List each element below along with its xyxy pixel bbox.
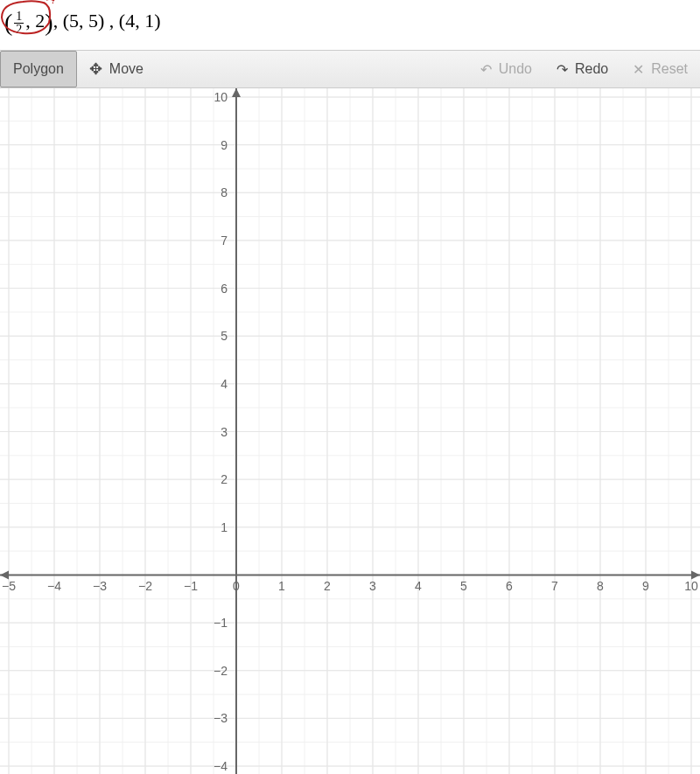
point3: (4, 1) <box>119 10 161 31</box>
polygon-tool-label: Polygon <box>13 61 64 77</box>
svg-text:2: 2 <box>324 579 331 593</box>
svg-text:9: 9 <box>642 579 649 593</box>
svg-text:6: 6 <box>220 282 228 296</box>
close-icon: ✕ <box>633 61 644 78</box>
svg-marker-94 <box>691 570 700 579</box>
graph-svg: −5−4−3−2−1012345678910−4−3−2−11234567891… <box>0 88 700 774</box>
svg-text:10: 10 <box>214 90 228 104</box>
polygon-tool-button[interactable]: Polygon <box>0 51 77 87</box>
svg-text:3: 3 <box>220 425 228 439</box>
frac-num: 1 <box>14 10 24 24</box>
svg-text:8: 8 <box>220 185 228 199</box>
redo-button[interactable]: ↷ Redo <box>544 51 620 87</box>
svg-text:−3: −3 <box>214 711 228 725</box>
svg-text:−4: −4 <box>214 759 228 773</box>
point1-y: 2 <box>35 10 45 31</box>
coordinate-graph[interactable]: −5−4−3−2−1012345678910−4−3−2−11234567891… <box>0 88 700 774</box>
svg-text:1: 1 <box>278 579 285 593</box>
move-tool-button[interactable]: ✥ Move <box>77 51 156 87</box>
svg-text:2: 2 <box>220 472 228 486</box>
svg-text:?: ? <box>51 0 55 6</box>
move-icon: ✥ <box>89 59 102 79</box>
undo-icon: ↶ <box>480 61 492 78</box>
svg-text:−5: −5 <box>2 579 16 593</box>
graph-toolbar: Polygon ✥ Move ↶ Undo ↷ Redo ✕ Reset <box>0 50 700 88</box>
svg-text:7: 7 <box>551 579 558 593</box>
svg-text:4: 4 <box>415 579 422 593</box>
svg-text:5: 5 <box>460 579 467 593</box>
reset-label: Reset <box>651 61 688 77</box>
svg-text:7: 7 <box>220 234 228 248</box>
svg-text:−2: −2 <box>138 579 152 593</box>
move-tool-label: Move <box>109 61 144 77</box>
coordinates-formula: ? (12, 2), (5, 5) , (4, 1) <box>0 0 700 50</box>
svg-text:10: 10 <box>684 579 698 593</box>
undo-label: Undo <box>499 61 532 77</box>
reset-button[interactable]: ✕ Reset <box>620 51 700 87</box>
svg-text:0: 0 <box>233 579 240 593</box>
svg-marker-96 <box>232 88 241 97</box>
svg-text:1: 1 <box>220 520 228 534</box>
svg-text:−4: −4 <box>47 579 61 593</box>
svg-text:6: 6 <box>506 579 513 593</box>
point2: (5, 5) <box>63 10 105 31</box>
frac-den: 2 <box>14 24 24 36</box>
svg-text:−1: −1 <box>184 579 198 593</box>
svg-text:9: 9 <box>220 138 228 152</box>
redo-label: Redo <box>575 61 608 77</box>
svg-text:4: 4 <box>220 377 228 391</box>
svg-text:−2: −2 <box>214 664 228 678</box>
svg-text:−1: −1 <box>214 616 228 630</box>
svg-marker-95 <box>0 570 9 579</box>
undo-button[interactable]: ↶ Undo <box>468 51 544 87</box>
redo-icon: ↷ <box>556 61 568 78</box>
svg-text:5: 5 <box>220 329 228 343</box>
svg-text:−3: −3 <box>93 579 107 593</box>
svg-text:8: 8 <box>597 579 604 593</box>
svg-text:3: 3 <box>369 579 376 593</box>
